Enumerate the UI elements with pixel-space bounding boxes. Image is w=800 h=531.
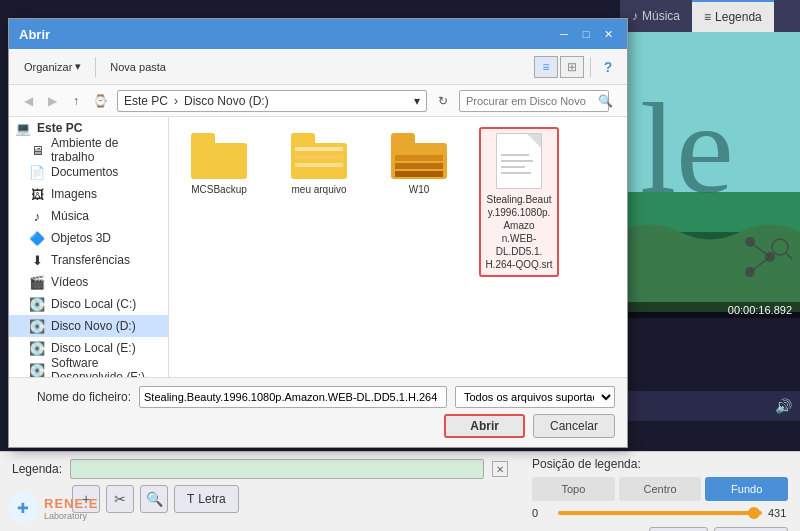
help-btn[interactable]: ? [597,56,619,78]
view-buttons: ≡ ⊞ ? [534,56,619,78]
search-wrapper: 🔍 [459,90,619,112]
sidebar-panel: 💻 Este PC 🖥 Ambiente de trabalho 📄 Docum… [9,117,169,377]
download-icon: ⬇ [29,252,45,268]
address-bar: ◀ ▶ ↑ ⌚ Este PC › Disco Novo (D:) ▾ ↻ 🔍 [9,85,627,117]
dialog-title: Abrir [19,27,50,42]
sidebar-item-objetos3d[interactable]: 🔷 Objetos 3D [9,227,168,249]
sidebar-item-imagens[interactable]: 🖼 Imagens [9,183,168,205]
organize-chevron-icon: ▾ [75,60,81,73]
organize-btn[interactable]: Organizar ▾ [17,55,88,79]
file-item-mcsbackup[interactable]: MCSBackup [179,127,259,202]
folder-icon-w10 [391,133,447,179]
filename-input[interactable] [139,386,447,408]
files-panel[interactable]: MCSBackup meu a [169,117,627,377]
sidebar-disco-e-label: Disco Local (E:) [51,341,136,355]
dialog-body: 💻 Este PC 🖥 Ambiente de trabalho 📄 Docum… [9,117,627,377]
doc-icon-srt [496,133,542,189]
location-path: Disco Novo (D:) [184,94,269,108]
music-sidebar-icon: ♪ [29,208,45,224]
footer-row1: Nome do ficheiro: Todos os arquivos supo… [21,386,615,408]
addr-dropdown-icon: ▾ [414,94,420,108]
close-btn[interactable]: ✕ [599,25,617,43]
maximize-btn[interactable]: □ [577,25,595,43]
forward-btn[interactable]: ▶ [41,90,63,112]
sidebar-musica-label: Música [51,209,89,223]
dialog-footer: Nome do ficheiro: Todos os arquivos supo… [9,377,627,447]
video-icon: 🎬 [29,274,45,290]
sidebar-docs-label: Documentos [51,165,118,179]
folder-icon-mcsbackup [191,133,247,179]
cancel-dialog-btn[interactable]: Cancelar [533,414,615,438]
sidebar-item-musica[interactable]: ♪ Música [9,205,168,227]
search-icon: 🔍 [598,94,613,108]
toolbar-sep [95,57,96,77]
footer-row2: Abrir Cancelar [21,414,615,438]
refresh-btn[interactable]: ↻ [433,91,453,111]
up-btn[interactable]: ↑ [65,90,87,112]
view-sep [590,57,591,77]
minimize-btn[interactable]: ─ [555,25,573,43]
sidebar-transferencias-label: Transferências [51,253,130,267]
file-label-mcsbackup: MCSBackup [191,183,247,196]
sidebar-item-videos[interactable]: 🎬 Vídeos [9,271,168,293]
sidebar-item-disco-d[interactable]: 💽 Disco Novo (D:) [9,315,168,337]
filetype-select[interactable]: Todos os arquivos suportados [455,386,615,408]
open-btn[interactable]: Abrir [444,414,525,438]
sidebar-3d-label: Objetos 3D [51,231,111,245]
sidebar-item-transferencias[interactable]: ⬇ Transferências [9,249,168,271]
disk-c-icon: 💽 [29,296,45,312]
organize-label: Organizar [24,61,72,73]
new-folder-label: Nova pasta [110,61,166,73]
sidebar-este-pc-label: Este PC [37,121,82,135]
address-box[interactable]: Este PC › Disco Novo (D:) ▾ [117,90,427,112]
dialog-toolbar: Organizar ▾ Nova pasta ≡ ⊞ ? [9,49,627,85]
file-label-meu-arquivo: meu arquivo [291,183,346,196]
sidebar-software-f-label: Software Desenvolvido (F:) [51,356,160,377]
files-grid: MCSBackup meu a [179,127,617,277]
dialog-titlebar: Abrir ─ □ ✕ [9,19,627,49]
disk-e-icon: 💽 [29,340,45,356]
sidebar-item-software-f[interactable]: 💽 Software Desenvolvido (F:) [9,359,168,377]
recent-btn[interactable]: ⌚ [89,90,111,112]
new-folder-btn[interactable]: Nova pasta [103,55,173,79]
sidebar-disco-d-label: Disco Novo (D:) [51,319,136,333]
nav-buttons: ◀ ▶ ↑ ⌚ [17,90,111,112]
filename-label: Nome do ficheiro: [21,390,131,404]
file-label-w10: W10 [409,183,430,196]
sidebar-item-disco-c[interactable]: 💽 Disco Local (C:) [9,293,168,315]
open-dialog: Abrir ─ □ ✕ Organizar ▾ Nova pasta ≡ ⊞ ? [8,18,628,448]
sidebar-ambiente-label: Ambiente de trabalho [51,136,160,164]
sidebar-disco-c-label: Disco Local (C:) [51,297,136,311]
file-item-meu-arquivo[interactable]: meu arquivo [279,127,359,202]
dialog-overlay: Abrir ─ □ ✕ Organizar ▾ Nova pasta ≡ ⊞ ? [0,0,800,531]
docs-icon: 📄 [29,164,45,180]
desktop-icon: 🖥 [29,142,45,158]
folder-icon-meu-arquivo [291,133,347,179]
disk-d-icon: 💽 [29,318,45,334]
list-view-btn[interactable]: ≡ [534,56,558,78]
search-input[interactable] [459,90,609,112]
3d-icon: 🔷 [29,230,45,246]
pc-icon: 💻 [15,120,31,136]
file-item-srt[interactable]: Stealing.Beauty.1996.1080p.Amazo n.WEB-D… [479,127,559,277]
back-btn[interactable]: ◀ [17,90,39,112]
location-prefix: Este PC [124,94,168,108]
sidebar-item-ambiente[interactable]: 🖥 Ambiente de trabalho [9,139,168,161]
file-item-w10[interactable]: W10 [379,127,459,202]
sidebar-imagens-label: Imagens [51,187,97,201]
file-label-srt: Stealing.Beauty.1996.1080p.Amazo n.WEB-D… [485,193,553,271]
disk-f-icon: 💽 [29,362,45,377]
window-controls: ─ □ ✕ [555,25,617,43]
images-icon: 🖼 [29,186,45,202]
sidebar-videos-label: Vídeos [51,275,88,289]
location-sep: › [174,94,178,108]
sidebar-item-documentos[interactable]: 📄 Documentos [9,161,168,183]
grid-view-btn[interactable]: ⊞ [560,56,584,78]
